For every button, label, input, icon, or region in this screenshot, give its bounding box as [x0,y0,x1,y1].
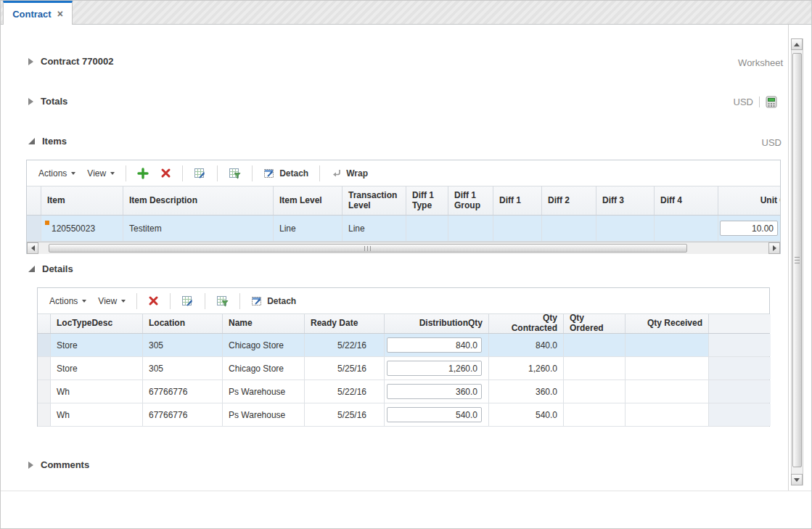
cell-qty-received[interactable] [626,357,709,380]
cell-loctypedesc[interactable]: Wh [51,403,143,426]
cell-name[interactable]: Chicago Store [223,357,305,380]
vertical-scroll-thumb[interactable] [792,53,802,467]
row-selector-cell[interactable] [38,380,51,403]
column-header-diff4[interactable]: Diff 4 [655,186,718,215]
cell-ready-date[interactable]: 5/25/16 [305,403,385,426]
column-header-loctypedesc[interactable]: LocTypeDesc [51,314,143,333]
cell-loctypedesc[interactable]: Wh [51,380,143,403]
cell-ready-date[interactable]: 5/22/16 [305,380,385,403]
wrap-button[interactable]: Wrap [325,165,374,181]
cell-item-description[interactable]: Testitem [123,216,274,241]
add-button[interactable] [131,165,155,182]
table-row[interactable]: Wh 67766776 Ps Warehouse 5/22/16 360.0 [38,380,769,403]
column-header-unit-cost[interactable]: Unit Cost [718,186,780,215]
horizontal-scrollbar[interactable] [27,242,780,254]
cell-location[interactable]: 67766776 [143,403,223,426]
cell-loctypedesc[interactable]: Store [51,357,143,380]
section-details-header[interactable]: Details [28,263,73,274]
section-contract-header[interactable]: Contract 770002 [28,56,113,67]
calculator-icon[interactable] [766,96,777,108]
scroll-left-button[interactable] [27,242,38,254]
cell-transaction-level[interactable]: Line [343,216,406,241]
cell-diff1[interactable] [493,216,542,241]
table-row[interactable]: 120550023 Testitem Line Line [27,216,780,242]
cell-qty-contracted[interactable]: 1,260.0 [489,357,564,380]
cell-qty-contracted[interactable]: 840.0 [489,334,564,356]
cell-qty-received[interactable] [626,380,709,403]
cell-diff3[interactable] [596,216,655,241]
section-items-header[interactable]: Items [28,136,67,147]
cell-ready-date[interactable]: 5/22/16 [305,334,385,356]
export-filter-button[interactable] [210,292,234,310]
column-header-distribution-qty[interactable]: DistributionQty [385,314,489,333]
table-row[interactable]: Wh 67766776 Ps Warehouse 5/25/16 540.0 [38,403,769,427]
detach-button[interactable]: Detach [258,165,314,182]
column-header-name[interactable]: Name [223,314,305,333]
export-to-excel-button[interactable] [188,165,212,182]
cell-qty-ordered[interactable] [564,403,626,426]
row-selector-cell[interactable] [38,357,51,380]
vertical-scrollbar[interactable] [791,38,803,485]
cell-name[interactable]: Ps Warehouse [223,403,305,426]
column-header-location[interactable]: Location [143,314,223,333]
row-selector-cell[interactable] [38,403,51,426]
section-comments-header[interactable]: Comments [28,459,89,470]
cell-diff2[interactable] [542,216,596,241]
section-totals-header[interactable]: Totals [28,96,67,107]
cell-name[interactable]: Chicago Store [223,334,305,356]
cell-diff1-type[interactable] [406,216,448,241]
export-filter-button[interactable] [223,165,247,182]
column-header-diff3[interactable]: Diff 3 [596,186,655,215]
scroll-up-button[interactable] [791,38,803,50]
cell-qty-received[interactable] [626,334,709,356]
cell-diff1-group[interactable] [448,216,493,241]
tab-contract[interactable]: Contract × [3,1,73,25]
row-selector-cell[interactable] [38,334,51,356]
row-selector-cell[interactable] [27,216,41,241]
unit-cost-input[interactable] [720,221,778,236]
cell-diff4[interactable] [655,216,718,241]
cell-ready-date[interactable]: 5/25/16 [305,357,385,380]
delete-button[interactable] [142,292,165,309]
distribution-qty-input[interactable] [387,407,482,422]
column-header-diff2[interactable]: Diff 2 [542,186,596,215]
cell-loctypedesc[interactable]: Store [51,334,143,356]
view-menu-button[interactable]: View [81,165,120,181]
cell-qty-ordered[interactable] [564,357,626,380]
column-header-item-description[interactable]: Item Description [123,186,274,215]
column-header-diff1-type[interactable]: Diff 1 Type [406,186,448,215]
actions-menu-button[interactable]: Actions [33,165,81,181]
cell-item-level[interactable]: Line [274,216,343,241]
distribution-qty-input[interactable] [387,337,482,353]
cell-item[interactable]: 120550023 [41,216,123,241]
delete-button[interactable] [155,165,177,181]
cell-qty-received[interactable] [626,403,709,426]
cell-name[interactable]: Ps Warehouse [223,380,305,403]
column-header-diff1[interactable]: Diff 1 [493,186,542,215]
column-header-item[interactable]: Item [41,186,123,215]
column-header-qty-contracted[interactable]: Qty Contracted [489,314,564,333]
cell-location[interactable]: 305 [143,334,223,356]
detach-button[interactable]: Detach [245,292,302,310]
actions-menu-button[interactable]: Actions [44,293,92,309]
scroll-right-button[interactable] [768,242,780,254]
distribution-qty-input[interactable] [387,361,482,376]
column-header-item-level[interactable]: Item Level [274,186,343,215]
table-row[interactable]: Store 305 Chicago Store 5/22/16 840.0 [38,334,769,357]
column-header-qty-ordered[interactable]: Qty Ordered [564,314,626,333]
column-header-qty-received[interactable]: Qty Received [626,314,709,333]
column-header-diff1-group[interactable]: Diff 1 Group [448,186,493,215]
cell-location[interactable]: 67766776 [143,380,223,403]
scroll-down-button[interactable] [791,474,803,485]
close-icon[interactable]: × [57,9,63,18]
distribution-qty-input[interactable] [387,384,482,399]
cell-qty-contracted[interactable]: 540.0 [489,403,564,426]
cell-qty-contracted[interactable]: 360.0 [489,380,564,403]
cell-qty-ordered[interactable] [564,334,626,356]
column-header-ready-date[interactable]: Ready Date [305,314,385,333]
export-to-excel-button[interactable] [176,292,200,310]
column-header-transaction-level[interactable]: Transaction Level [343,186,406,215]
horizontal-scroll-thumb[interactable] [49,244,687,253]
table-row[interactable]: Store 305 Chicago Store 5/25/16 1,260.0 [38,357,769,380]
cell-qty-ordered[interactable] [564,380,626,403]
